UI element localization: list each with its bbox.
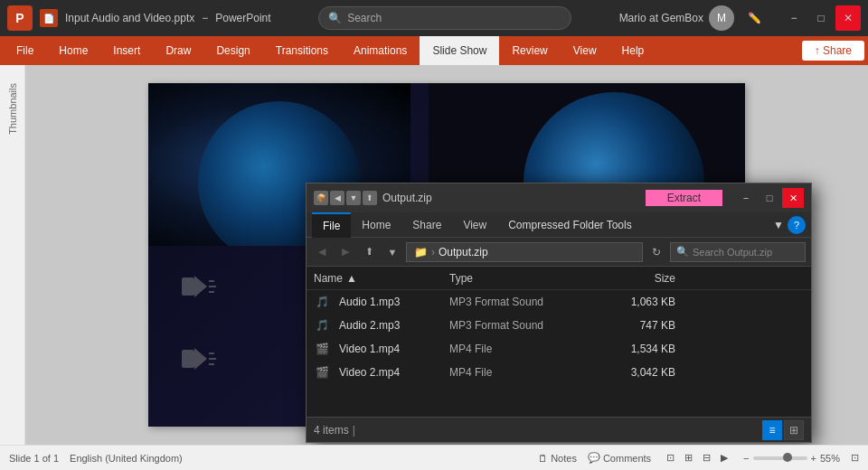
avatar: M — [709, 5, 734, 31]
share-button[interactable]: ↑ Share — [802, 41, 864, 61]
fe-ribbon: File Home Share View Compressed Folder T… — [307, 212, 811, 238]
fe-address-bar[interactable]: 📁 › Output.zip — [406, 242, 643, 262]
fe-folder-icon: 📁 — [414, 246, 428, 258]
statusbar: Slide 1 of 1 English (United Kingdom) 🗒 … — [0, 445, 868, 470]
fe-row-video1[interactable]: 🎬 Video 1.mp4 MP4 File 1,534 KB — [307, 337, 811, 361]
maximize-button[interactable]: □ — [808, 5, 834, 31]
fe-help-button[interactable]: ? — [788, 216, 806, 234]
comments-label: Comments — [603, 453, 651, 464]
tab-file[interactable]: File — [4, 36, 46, 65]
fe-row-audio1[interactable]: 🎵 Audio 1.mp3 MP3 Format Sound 1,063 KB — [307, 290, 811, 314]
fe-file-name-audio1: 🎵 Audio 1.mp3 — [314, 294, 449, 310]
close-button[interactable]: ✕ — [835, 5, 861, 31]
fe-refresh-button[interactable]: ↻ — [646, 242, 666, 262]
fe-name-label: Name — [314, 272, 343, 285]
fe-icon-1: ◀ — [330, 191, 344, 205]
fe-file-size-video2: 3,042 KB — [594, 366, 675, 379]
fe-tab-share[interactable]: Share — [401, 212, 452, 238]
zoom-level: 55% — [820, 453, 840, 464]
fe-row-audio2[interactable]: 🎵 Audio 2.mp3 MP3 Format Sound 747 KB — [307, 314, 811, 337]
search-placeholder: Search — [347, 12, 382, 24]
tab-design[interactable]: Design — [203, 36, 262, 65]
fe-forward-button[interactable]: ▶ — [335, 242, 355, 262]
fe-close-button[interactable]: ✕ — [782, 188, 804, 208]
fe-dropdown-icon[interactable]: ▼ — [769, 212, 788, 238]
svg-rect-5 — [182, 350, 194, 368]
fe-search-icon: 🔍 — [676, 246, 689, 258]
fe-item-count: 4 items — [314, 424, 349, 437]
tab-help[interactable]: Help — [609, 36, 657, 65]
main-area: Thumbnails — [0, 65, 868, 445]
tab-insert[interactable]: Insert — [100, 36, 153, 65]
fe-icon-2: ▼ — [346, 191, 361, 205]
fe-file-size-video1: 1,534 KB — [594, 343, 675, 355]
zoom-thumb[interactable] — [783, 453, 792, 462]
fe-file-name-audio2: 🎵 Audio 2.mp3 — [314, 317, 449, 334]
fe-col-size-header: Size — [594, 272, 675, 285]
audio-icon-1 — [175, 264, 221, 309]
comments-button[interactable]: 💬 Comments — [588, 452, 651, 464]
fe-col-type-header: Type — [449, 272, 594, 285]
notes-button[interactable]: 🗒 Notes — [538, 453, 577, 464]
tab-draw[interactable]: Draw — [153, 36, 203, 65]
tab-view[interactable]: View — [561, 36, 609, 65]
app-icon: P — [7, 5, 33, 31]
title-bar: P 📄 Input Audio and Video.pptx − PowerPo… — [0, 0, 868, 36]
fe-address-path: Output.zip — [439, 246, 488, 258]
tab-animations[interactable]: Animations — [341, 36, 420, 65]
fe-icon-3: ⬆ — [363, 191, 377, 205]
fe-details-view-button[interactable]: ⊞ — [784, 420, 804, 440]
zoom-in-button[interactable]: + — [811, 453, 816, 464]
fe-window-controls: − □ ✕ — [735, 188, 804, 208]
file-explorer-dialog: 📦 ◀ ▼ ⬆ Output.zip Extract − □ ✕ File Ho… — [306, 183, 812, 443]
fe-dialog-title: Output.zip — [382, 192, 640, 204]
fe-row-video2[interactable]: 🎬 Video 2.mp4 MP4 File 3,042 KB — [307, 361, 811, 384]
slideshow-view-button[interactable]: ▶ — [716, 450, 732, 466]
fe-file-size-audio1: 1,063 KB — [594, 296, 675, 308]
fe-tab-view[interactable]: View — [452, 212, 497, 238]
comments-icon: 💬 — [588, 452, 600, 464]
ribbon: File Home Insert Draw Design Transitions… — [0, 36, 868, 65]
fe-mp4-icon-2: 🎬 — [314, 364, 330, 381]
fe-view-buttons: ≡ ⊞ — [762, 420, 804, 440]
fe-titlebar: 📦 ◀ ▼ ⬆ Output.zip Extract − □ ✕ — [307, 183, 811, 212]
slide-sorter-button[interactable]: ⊞ — [680, 450, 696, 466]
fe-file-size-audio2: 747 KB — [594, 319, 675, 332]
reading-view-button[interactable]: ⊟ — [698, 450, 714, 466]
fe-search-box[interactable]: 🔍 Search Output.zip — [670, 242, 806, 262]
fe-chevron: › — [431, 246, 435, 258]
file-icon: 📄 — [40, 9, 58, 27]
notes-label: Notes — [551, 453, 577, 464]
fe-tab-file[interactable]: File — [312, 212, 351, 238]
fe-file-type-audio1: MP3 Format Sound — [449, 296, 594, 308]
fe-maximize-button[interactable]: □ — [759, 188, 780, 208]
fe-mp3-icon-2: 🎵 — [314, 317, 330, 334]
zoom-out-button[interactable]: − — [743, 453, 749, 464]
user-info: Mario at GemBox M — [619, 5, 734, 31]
notes-icon: 🗒 — [538, 453, 548, 464]
fe-list-view-button[interactable]: ≡ — [762, 420, 782, 440]
app-name: PowerPoint — [215, 12, 270, 24]
normal-view-button[interactable]: ⊡ — [662, 450, 678, 466]
svg-marker-1 — [194, 276, 207, 297]
fe-back-button[interactable]: ◀ — [312, 242, 332, 262]
tab-home[interactable]: Home — [46, 36, 100, 65]
fe-up-button[interactable]: ⬆ — [359, 242, 379, 262]
extract-button[interactable]: Extract — [646, 190, 722, 206]
fit-button[interactable]: ⊡ — [851, 452, 859, 464]
search-box[interactable]: 🔍 Search — [318, 6, 571, 30]
fe-tab-compressed[interactable]: Compressed Folder Tools — [497, 212, 769, 238]
svg-marker-6 — [194, 348, 207, 370]
fe-recent-button[interactable]: ▼ — [382, 242, 402, 262]
zoom-slider[interactable] — [753, 456, 807, 460]
audio-icon-2 — [175, 336, 221, 381]
minimize-button[interactable]: − — [781, 5, 807, 31]
tab-slideshow[interactable]: Slide Show — [420, 36, 499, 65]
tab-transitions[interactable]: Transitions — [263, 36, 341, 65]
fe-sort-icon: ▲ — [346, 272, 357, 285]
zoom-controls: − + 55% — [743, 453, 840, 464]
fe-minimize-button[interactable]: − — [735, 188, 757, 208]
fe-mp3-icon: 🎵 — [314, 294, 330, 310]
fe-tab-home[interactable]: Home — [351, 212, 401, 238]
tab-review[interactable]: Review — [499, 36, 560, 65]
